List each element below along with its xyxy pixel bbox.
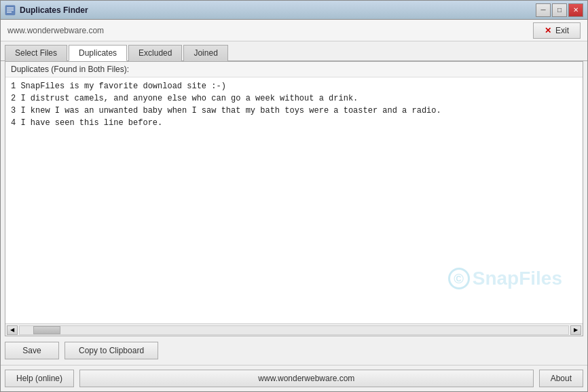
scroll-track[interactable]	[19, 325, 569, 335]
minimize-button[interactable]: ─	[536, 3, 551, 17]
horizontal-scrollbar: ◀ ▶	[5, 323, 583, 336]
tab-duplicates[interactable]: Duplicates	[69, 45, 127, 61]
main-window: Duplicates Finder ─ □ ✕ www.wonderwebwar…	[0, 0, 588, 392]
scroll-left-button[interactable]: ◀	[7, 325, 18, 335]
window-controls: ─ □ ✕	[536, 3, 583, 17]
about-button[interactable]: About	[539, 370, 583, 387]
tab-joined[interactable]: Joined	[183, 45, 227, 61]
exit-icon: ✕	[545, 26, 551, 35]
url-button[interactable]: www.wonderwebware.com	[79, 370, 534, 387]
svg-rect-1	[7, 7, 14, 9]
svg-rect-2	[7, 10, 14, 11]
app-icon	[5, 5, 16, 16]
window-title: Duplicates Finder	[20, 5, 536, 15]
text-area-wrapper: © SnapFiles	[5, 77, 583, 323]
tabs-bar: Select Files Duplicates Excluded Joined	[1, 41, 587, 61]
main-content-area: Duplicates (Found in Both Files): © Snap…	[5, 61, 583, 336]
exit-button[interactable]: ✕ Exit	[533, 22, 581, 39]
save-button[interactable]: Save	[5, 342, 59, 359]
tab-excluded[interactable]: Excluded	[128, 45, 182, 61]
duplicate-lines-textarea[interactable]	[5, 77, 583, 323]
action-buttons-row: Save Copy to Clipboard	[1, 336, 587, 365]
address-text: www.wonderwebware.com	[7, 26, 104, 35]
help-button[interactable]: Help (online)	[5, 370, 74, 387]
title-bar: Duplicates Finder ─ □ ✕	[1, 1, 587, 20]
close-button[interactable]: ✕	[568, 3, 583, 17]
exit-label: Exit	[555, 26, 569, 35]
scroll-thumb[interactable]	[33, 326, 60, 334]
svg-rect-3	[7, 12, 12, 13]
copy-clipboard-button[interactable]: Copy to Clipboard	[65, 342, 158, 359]
maximize-button[interactable]: □	[552, 3, 567, 17]
address-bar: www.wonderwebware.com ✕ Exit	[1, 20, 587, 41]
footer-bar: Help (online) www.wonderwebware.com Abou…	[1, 365, 587, 391]
scroll-right-button[interactable]: ▶	[570, 325, 581, 335]
content-section-label: Duplicates (Found in Both Files):	[5, 62, 583, 77]
tab-select-files[interactable]: Select Files	[5, 45, 67, 61]
